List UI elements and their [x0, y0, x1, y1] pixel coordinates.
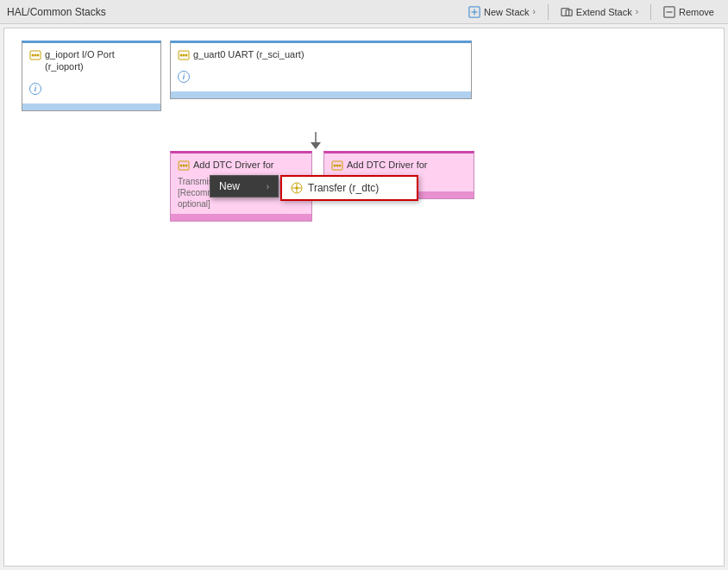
submenu-transfer-label: Transfer (r_dtc) — [308, 182, 379, 194]
add-dtc-right-icon — [331, 160, 343, 172]
ioport-card-header: g_ioport I/O Port(r_ioport) — [22, 43, 160, 78]
ioport-card: g_ioport I/O Port(r_ioport) i — [22, 41, 161, 111]
extend-stack-button[interactable]: Extend Stack › — [554, 4, 645, 20]
new-stack-button[interactable]: New Stack › — [461, 4, 543, 20]
new-stack-label: New Stack — [484, 7, 530, 17]
context-menu: New › — [210, 175, 279, 197]
transfer-icon — [291, 182, 303, 194]
new-stack-icon — [468, 6, 480, 18]
context-menu-new-label: New — [219, 180, 240, 192]
extend-stack-label: Extend Stack — [576, 7, 632, 17]
toolbar-separator-2 — [650, 4, 651, 20]
context-menu-new-item[interactable]: New › — [210, 176, 278, 197]
toolbar-separator-1 — [548, 4, 549, 20]
add-dtc-left-title: Add DTC Driver for — [193, 159, 274, 171]
svg-marker-16 — [311, 142, 321, 149]
add-dtc-right-header: Add DTC Driver for — [324, 153, 474, 177]
add-dtc-left-header: Add DTC Driver for — [171, 153, 311, 177]
svg-point-12 — [180, 54, 183, 57]
remove-icon — [663, 6, 675, 18]
context-menu-overlay: New › — [210, 175, 279, 197]
extend-stack-icon — [561, 6, 573, 18]
submenu-transfer-item[interactable]: Transfer (r_dtc) — [282, 177, 417, 199]
uart-card: g_uart0 UART (r_sci_uart) i — [170, 41, 472, 99]
svg-point-28 — [296, 187, 298, 190]
uart-footer — [171, 91, 471, 98]
uart-info-icon: i — [178, 71, 190, 83]
svg-point-14 — [185, 54, 188, 57]
uart-title: g_uart0 UART (r_sci_uart) — [193, 48, 304, 60]
ioport-info-icon: i — [29, 83, 41, 95]
uart-card-header: g_uart0 UART (r_sci_uart) — [171, 43, 471, 66]
svg-point-24 — [339, 165, 342, 167]
remove-button[interactable]: Remove — [656, 4, 721, 20]
svg-point-20 — [185, 165, 188, 167]
svg-point-22 — [334, 165, 336, 167]
svg-point-18 — [180, 165, 183, 167]
remove-label: Remove — [679, 7, 714, 17]
svg-point-10 — [37, 54, 40, 57]
connector-left — [311, 132, 321, 152]
add-dtc-left-icon — [178, 160, 190, 172]
add-dtc-left-footer — [171, 214, 311, 221]
ioport-footer — [22, 103, 160, 110]
context-menu-new-arrow: › — [267, 182, 269, 191]
toolbar-title: HAL/Common Stacks — [7, 6, 106, 18]
uart-info: i — [171, 66, 471, 88]
extend-stack-arrow: › — [636, 7, 638, 16]
submenu: Transfer (r_dtc) — [280, 175, 418, 201]
add-dtc-right-title: Add DTC Driver for — [347, 159, 428, 171]
ioport-title: g_ioport I/O Port(r_ioport) — [45, 48, 115, 73]
new-stack-arrow: › — [533, 7, 536, 16]
svg-point-19 — [183, 165, 185, 167]
ioport-info: i — [22, 78, 160, 100]
svg-point-23 — [336, 165, 339, 167]
svg-point-9 — [35, 54, 37, 57]
main-area: g_ioport I/O Port(r_ioport) i g_uart0 UA… — [3, 28, 725, 567]
svg-point-8 — [32, 54, 35, 57]
uart-icon — [178, 49, 190, 61]
toolbar: HAL/Common Stacks New Stack › Extend Sta… — [0, 0, 728, 24]
svg-point-13 — [183, 54, 185, 57]
ioport-icon — [29, 49, 41, 61]
toolbar-actions: New Stack › Extend Stack › Remove — [461, 4, 721, 20]
